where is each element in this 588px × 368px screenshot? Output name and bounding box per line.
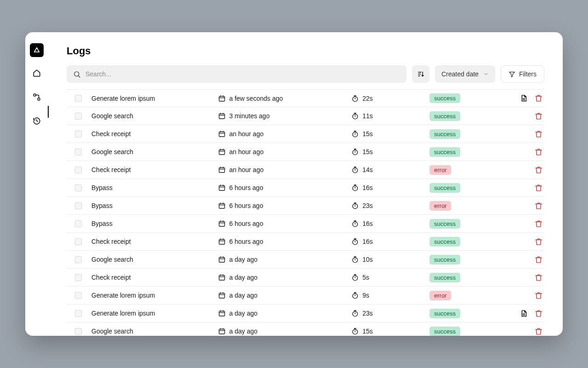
row-checkbox[interactable] — [75, 274, 82, 281]
row-actions — [503, 130, 544, 138]
row-checkbox[interactable] — [75, 184, 82, 191]
table-row[interactable]: Check receipt an hour ago 15s success — [67, 125, 544, 143]
table-row[interactable]: Bypass 6 hours ago 23s error — [67, 197, 544, 215]
table-row[interactable]: Google search a day ago 10s success — [67, 251, 544, 269]
delete-button[interactable] — [534, 112, 543, 120]
filters-button[interactable]: Filters — [501, 65, 544, 83]
table-row[interactable]: Check receipt a day ago 5s success — [67, 269, 544, 287]
calendar-icon — [218, 292, 226, 299]
checkbox-cell — [67, 113, 90, 120]
document-icon — [520, 94, 528, 102]
checkbox-cell — [67, 220, 90, 227]
trash-icon — [535, 256, 543, 264]
table-row[interactable]: Generate lorem ipsum a day ago 23s succe… — [67, 305, 544, 322]
row-checkbox[interactable] — [75, 220, 82, 227]
calendar-icon — [218, 328, 226, 335]
document-icon — [520, 310, 528, 317]
log-date-cell: a day ago — [218, 292, 351, 299]
log-name: Generate lorem ipsum — [90, 310, 218, 317]
nav-flow-icon[interactable] — [29, 89, 45, 105]
table-row[interactable]: Check receipt 6 hours ago 16s success — [67, 233, 544, 251]
chevron-down-icon — [483, 71, 489, 77]
log-duration: 15s — [362, 148, 373, 155]
row-checkbox[interactable] — [75, 167, 82, 173]
delete-button[interactable] — [534, 327, 543, 335]
row-checkbox[interactable] — [75, 95, 82, 102]
delete-button[interactable] — [534, 291, 543, 299]
checkbox-cell — [67, 167, 90, 173]
log-duration: 22s — [362, 95, 373, 102]
log-date-cell: 6 hours ago — [218, 238, 351, 245]
delete-button[interactable] — [534, 94, 543, 103]
delete-button[interactable] — [534, 184, 543, 192]
log-date: 6 hours ago — [229, 202, 263, 209]
calendar-icon — [218, 184, 226, 191]
row-checkbox[interactable] — [75, 113, 82, 120]
log-duration-cell: 14s — [351, 166, 430, 173]
log-duration: 15s — [362, 130, 373, 138]
log-duration-cell: 9s — [351, 292, 430, 299]
checkbox-cell — [67, 202, 90, 209]
delete-button[interactable] — [534, 166, 543, 174]
delete-button[interactable] — [534, 219, 543, 228]
table-row[interactable]: Check receipt an hour ago 14s error — [67, 161, 544, 179]
table-row[interactable]: Google search 3 minutes ago 11s success — [67, 107, 544, 125]
delete-button[interactable] — [534, 237, 543, 246]
nav-history-icon[interactable] — [29, 113, 45, 129]
row-checkbox[interactable] — [75, 328, 82, 335]
delete-button[interactable] — [534, 148, 543, 156]
calendar-icon — [218, 202, 226, 209]
stopwatch-icon — [351, 328, 359, 335]
delete-button[interactable] — [534, 255, 543, 264]
search-icon — [73, 70, 81, 78]
stopwatch-icon — [351, 238, 359, 245]
row-actions — [503, 148, 544, 156]
nav-home-icon[interactable] — [29, 65, 45, 81]
svg-line-3 — [79, 75, 80, 77]
row-checkbox[interactable] — [75, 131, 82, 138]
row-checkbox[interactable] — [75, 149, 82, 155]
row-checkbox[interactable] — [75, 202, 82, 209]
sort-direction-button[interactable] — [412, 65, 430, 83]
delete-button[interactable] — [534, 273, 543, 282]
sidebar — [25, 32, 48, 336]
view-doc-button[interactable] — [520, 94, 528, 103]
view-doc-button[interactable] — [520, 309, 528, 317]
log-date-cell: 3 minutes ago — [218, 112, 351, 120]
row-checkbox[interactable] — [75, 292, 82, 299]
log-date: 3 minutes ago — [229, 112, 270, 120]
search-input[interactable] — [85, 70, 400, 78]
search-box[interactable] — [67, 65, 407, 83]
sort-field-dropdown[interactable]: Created date — [435, 65, 495, 83]
delete-button[interactable] — [534, 130, 543, 138]
table-row[interactable]: Generate lorem ipsum a day ago 9s error — [67, 287, 544, 305]
delete-button[interactable] — [534, 201, 543, 210]
stopwatch-icon — [351, 274, 359, 281]
log-status-cell: success — [430, 147, 503, 157]
status-badge: error — [430, 165, 451, 175]
log-name: Bypass — [90, 184, 218, 191]
trash-icon — [535, 328, 543, 335]
log-status-cell: success — [430, 111, 503, 121]
app-logo[interactable] — [30, 43, 44, 57]
table-row[interactable]: Bypass 6 hours ago 16s success — [67, 215, 544, 233]
checkbox-cell — [67, 328, 90, 335]
log-status-cell: success — [430, 93, 503, 103]
trash-icon — [535, 94, 543, 102]
table-row[interactable]: Google search an hour ago 15s success — [67, 143, 544, 161]
trash-icon — [535, 310, 543, 317]
stopwatch-icon — [351, 184, 359, 191]
log-name: Google search — [90, 148, 218, 155]
delete-button[interactable] — [534, 309, 543, 317]
log-date: a day ago — [229, 292, 258, 299]
log-duration: 10s — [362, 256, 373, 263]
row-checkbox[interactable] — [75, 238, 82, 245]
filter-icon — [509, 71, 515, 78]
app-window: Logs Created date Filters Generate lorem… — [25, 32, 563, 336]
row-checkbox[interactable] — [75, 256, 82, 263]
table-row[interactable]: Bypass 6 hours ago 16s success — [67, 179, 544, 197]
table-row[interactable]: Generate lorem ipsum a few seconds ago 2… — [67, 89, 544, 107]
trash-icon — [535, 148, 543, 156]
table-row[interactable]: Google search a day ago 15s success — [67, 322, 544, 336]
row-checkbox[interactable] — [75, 310, 82, 317]
